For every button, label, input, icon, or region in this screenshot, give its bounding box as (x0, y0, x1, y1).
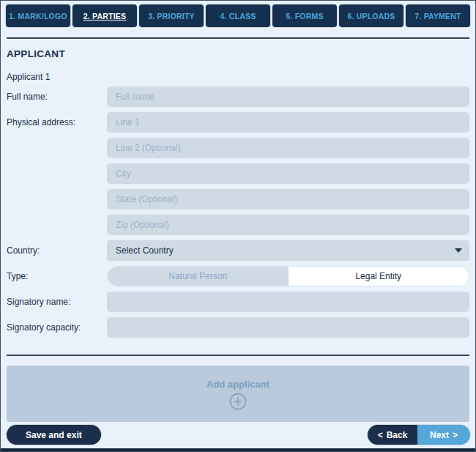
next-button-label: Next (430, 430, 449, 440)
tab-payment[interactable]: 7. PAYMENT (406, 4, 470, 27)
save-and-exit-button[interactable]: Save and exit (7, 425, 101, 445)
type-toggle: Natural Person Legal Entity (107, 266, 469, 286)
address-state-input[interactable] (107, 189, 469, 210)
signatory-name-label: Signatory name: (7, 292, 107, 307)
tab-priority[interactable]: 3. PRIORITY (139, 4, 204, 27)
section-heading: APPLICANT (7, 48, 469, 59)
tab-forms[interactable]: 5. FORMS (272, 4, 337, 27)
signatory-capacity-input[interactable] (107, 317, 469, 338)
physical-address-row: Physical address: (7, 112, 469, 235)
add-applicant-button[interactable]: Add applicant (7, 366, 469, 422)
back-button-label: Back (387, 430, 408, 440)
address-city-input[interactable] (107, 163, 469, 184)
footer-bar: Save and exit < Back Next > (7, 425, 470, 445)
tab-class[interactable]: 4. CLASS (206, 4, 270, 27)
type-option-natural-person[interactable]: Natural Person (108, 267, 289, 286)
signatory-name-input[interactable] (107, 292, 469, 312)
address-line1-input[interactable] (107, 112, 469, 133)
step-tabbar: 1. MARK/LOGO 2. PARTIES 3. PRIORITY 4. C… (6, 4, 470, 27)
tab-parties[interactable]: 2. PARTIES (72, 4, 137, 27)
add-applicant-label: Add applicant (207, 379, 269, 390)
address-zip-input[interactable] (107, 215, 469, 235)
tab-uploads[interactable]: 6. UPLOADS (339, 4, 404, 27)
type-label: Type: (7, 266, 107, 281)
next-button[interactable]: Next > (417, 425, 470, 445)
back-button[interactable]: < Back (368, 425, 417, 445)
address-line2-input[interactable] (107, 138, 469, 158)
full-name-label: Full name: (7, 86, 107, 102)
type-option-legal-entity[interactable]: Legal Entity (289, 267, 469, 286)
country-label: Country: (7, 240, 107, 256)
bottom-divider (7, 355, 469, 356)
chevron-right-icon: > (453, 430, 458, 440)
tab-mark-logo[interactable]: 1. MARK/LOGO (6, 4, 70, 27)
back-next-group: < Back Next > (368, 425, 470, 445)
signatory-capacity-row: Signatory capacity: (7, 317, 469, 338)
trademark-application-page: 1. MARK/LOGO 2. PARTIES 3. PRIORITY 4. C… (0, 0, 476, 452)
signatory-capacity-label: Signatory capacity: (7, 317, 107, 333)
type-row: Type: Natural Person Legal Entity (7, 266, 469, 286)
applicant-title: Applicant 1 (7, 72, 469, 82)
dropdown-arrow-icon (455, 248, 462, 253)
full-name-input[interactable] (107, 86, 469, 107)
applicant-form: Full name: Physical address: Country: Se… (1, 86, 475, 338)
physical-address-label: Physical address: (7, 112, 107, 127)
country-select-value: Select Country (116, 245, 174, 256)
country-select[interactable]: Select Country (107, 240, 469, 261)
full-name-row: Full name: (7, 86, 469, 107)
country-row: Country: Select Country (7, 240, 469, 261)
plus-circle-icon (229, 393, 247, 410)
chevron-left-icon: < (378, 430, 383, 440)
signatory-name-row: Signatory name: (7, 292, 469, 312)
top-divider (7, 37, 469, 39)
bottom-window-edge (1, 448, 475, 451)
